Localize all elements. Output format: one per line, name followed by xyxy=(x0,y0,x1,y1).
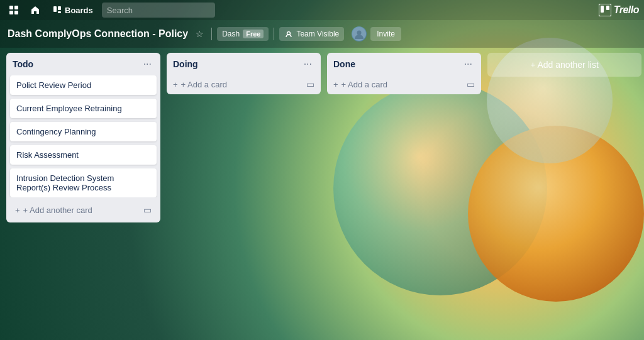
header-divider-1 xyxy=(211,28,212,40)
invite-button[interactable]: Invite xyxy=(370,27,401,41)
svg-rect-2 xyxy=(9,11,13,14)
list-done: Done ··· + + Add a card ▭ xyxy=(327,53,481,94)
add-card-left: + + Add another card xyxy=(15,206,92,215)
list-todo-menu-button[interactable]: ··· xyxy=(141,58,154,70)
visibility-label: Team Visible xyxy=(296,30,339,38)
add-card-doing-label: + Add a card xyxy=(181,80,227,89)
plus-icon: + xyxy=(15,206,20,215)
home-button[interactable] xyxy=(26,1,44,19)
add-list-button[interactable]: + Add another list xyxy=(487,53,641,77)
workspace-name: Dash xyxy=(222,30,240,38)
card-template-icon: ▭ xyxy=(143,205,152,215)
card-text: Contingency Planning xyxy=(16,127,96,136)
card-text: Intrusion Detection System Report(s) Rev… xyxy=(16,173,114,192)
plan-badge: Free xyxy=(243,30,264,38)
boards-icon xyxy=(53,6,62,14)
boards-label: Boards xyxy=(65,6,93,15)
grid-icon xyxy=(9,5,19,15)
todo-cards: Polict Review Period Current Employee Re… xyxy=(6,75,160,197)
svg-rect-8 xyxy=(601,6,604,13)
table-row[interactable]: Current Employee Retraining xyxy=(10,99,157,118)
list-done-header: Done ··· xyxy=(327,53,481,75)
svg-rect-3 xyxy=(14,11,18,14)
add-card-doing-left: + + Add a card xyxy=(173,80,227,89)
lock-icon xyxy=(284,30,293,38)
workspace-badge[interactable]: Dash Free xyxy=(217,27,269,41)
visibility-button[interactable]: Team Visible xyxy=(279,27,344,41)
header-divider-2 xyxy=(274,28,274,40)
nav-left: Boards xyxy=(5,1,595,19)
card-text: Current Employee Retraining xyxy=(16,104,122,113)
svg-point-12 xyxy=(357,31,362,35)
table-row[interactable]: Risk Assessment xyxy=(10,145,157,165)
card-text: Polict Review Period xyxy=(16,80,91,90)
add-card-done-label: + Add a card xyxy=(341,80,387,89)
list-doing-header: Doing ··· xyxy=(167,53,321,75)
svg-rect-0 xyxy=(9,6,13,9)
svg-rect-1 xyxy=(14,6,18,9)
add-card-done-left: + + Add a card xyxy=(333,80,387,89)
star-button[interactable]: ☆ xyxy=(193,26,206,41)
list-done-title: Done xyxy=(333,59,462,69)
add-card-label: + Add another card xyxy=(23,206,92,215)
list-done-menu-button[interactable]: ··· xyxy=(462,58,475,70)
list-doing-menu-button[interactable]: ··· xyxy=(301,58,314,70)
add-card-todo-button[interactable]: + + Add another card ▭ xyxy=(9,200,158,220)
trello-logo: Trello xyxy=(599,4,639,16)
list-todo: Todo ··· Polict Review Period Current Em… xyxy=(6,53,160,222)
plus-icon-done: + xyxy=(333,80,338,89)
grid-menu-button[interactable] xyxy=(5,1,23,19)
card-icon-done: ▭ xyxy=(467,79,475,89)
table-row[interactable]: Contingency Planning xyxy=(10,122,157,141)
avatar-image xyxy=(352,27,366,41)
list-doing: Doing ··· + + Add a card ▭ xyxy=(167,53,321,94)
svg-rect-6 xyxy=(58,11,61,13)
table-row[interactable]: Intrusion Detection System Report(s) Rev… xyxy=(10,168,157,197)
trello-text: Trello xyxy=(614,4,639,16)
user-avatar xyxy=(352,26,367,41)
board-header: Dash ComplyOps Connection - Policy ☆ Das… xyxy=(0,20,644,48)
add-card-done-button[interactable]: + + Add a card ▭ xyxy=(327,75,481,94)
table-row[interactable]: Polict Review Period xyxy=(10,75,157,95)
board-content: Todo ··· Polict Review Period Current Em… xyxy=(0,48,644,340)
list-todo-title: Todo xyxy=(13,59,141,69)
add-card-doing-button[interactable]: + + Add a card ▭ xyxy=(167,75,321,94)
top-navigation: Boards Trello xyxy=(0,0,644,20)
svg-rect-5 xyxy=(58,6,61,10)
svg-rect-4 xyxy=(53,6,57,12)
svg-rect-9 xyxy=(606,6,609,10)
list-todo-header: Todo ··· xyxy=(6,53,160,75)
card-text: Risk Assessment xyxy=(16,150,79,160)
board-title: Dash ComplyOps Connection - Policy xyxy=(8,28,188,40)
trello-icon xyxy=(599,4,611,16)
add-list-label: + Add another list xyxy=(530,60,599,70)
home-icon xyxy=(30,5,40,15)
nav-right: Trello xyxy=(599,4,639,16)
search-input[interactable] xyxy=(102,3,215,18)
plus-icon-doing: + xyxy=(173,80,178,89)
list-doing-title: Doing xyxy=(173,59,301,69)
card-icon-doing: ▭ xyxy=(306,79,314,89)
boards-button[interactable]: Boards xyxy=(48,3,98,18)
